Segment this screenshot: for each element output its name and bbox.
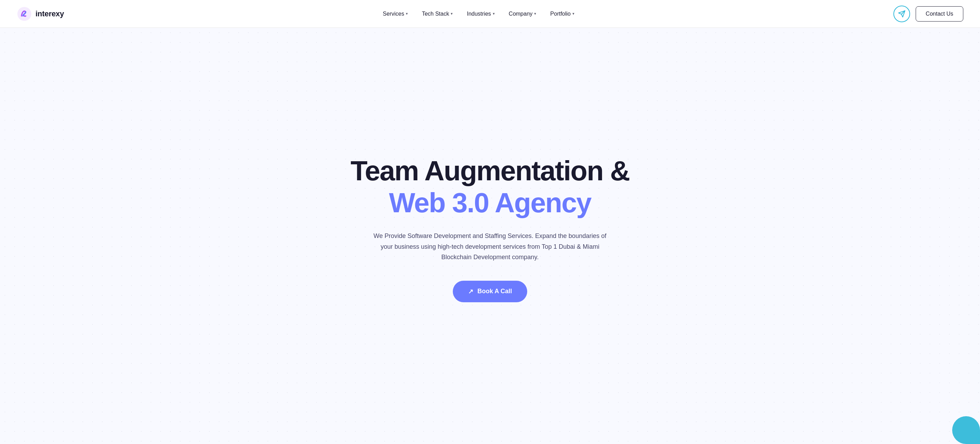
nav-item-tech-stack: Tech Stack ▾ [416, 8, 458, 20]
chevron-down-icon: ▾ [451, 11, 453, 16]
chevron-down-icon: ▾ [573, 11, 574, 16]
hero-title-line1: Team Augmentation & [350, 155, 630, 186]
arrow-icon: ↗ [468, 288, 473, 295]
logo-icon [17, 6, 32, 22]
telegram-button[interactable] [893, 6, 910, 22]
blob-decoration [952, 416, 980, 444]
hero-section: Team Augmentation & Web 3.0 Agency We Pr… [0, 28, 980, 444]
logo-text: interexy [35, 10, 64, 18]
chevron-down-icon: ▾ [406, 11, 408, 16]
nav-item-industries: Industries ▾ [461, 8, 500, 20]
book-call-button[interactable]: ↗ Book A Call [453, 281, 528, 302]
navbar: interexy Services ▾ Tech Stack ▾ Industr… [0, 0, 980, 28]
telegram-icon [898, 10, 905, 18]
logo-link[interactable]: interexy [17, 6, 64, 22]
nav-item-services: Services ▾ [377, 8, 414, 20]
nav-link-tech-stack[interactable]: Tech Stack ▾ [416, 8, 458, 20]
chevron-down-icon: ▾ [534, 11, 536, 16]
nav-link-portfolio[interactable]: Portfolio ▾ [545, 8, 580, 20]
nav-actions: Contact Us [893, 6, 963, 22]
nav-item-portfolio: Portfolio ▾ [545, 8, 580, 20]
nav-link-company[interactable]: Company ▾ [503, 8, 542, 20]
nav-links: Services ▾ Tech Stack ▾ Industries ▾ Com… [377, 8, 580, 20]
hero-subtitle: We Provide Software Development and Staf… [372, 231, 608, 263]
nav-link-services[interactable]: Services ▾ [377, 8, 414, 20]
hero-title: Team Augmentation & Web 3.0 Agency [350, 155, 630, 218]
chevron-down-icon: ▾ [493, 11, 495, 16]
nav-item-company: Company ▾ [503, 8, 542, 20]
hero-content: Team Augmentation & Web 3.0 Agency We Pr… [350, 155, 630, 302]
hero-title-line2: Web 3.0 Agency [350, 188, 630, 218]
contact-button[interactable]: Contact Us [916, 6, 963, 22]
nav-link-industries[interactable]: Industries ▾ [461, 8, 500, 20]
